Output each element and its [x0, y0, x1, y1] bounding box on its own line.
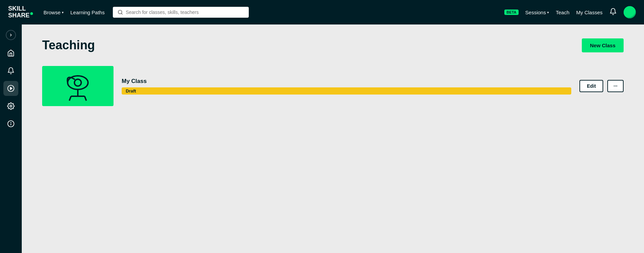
sidebar-item-info[interactable] — [3, 116, 18, 131]
learning-paths-link[interactable]: Learning Paths — [70, 10, 105, 15]
nav-links: Browse ▾ Learning Paths — [43, 10, 105, 15]
more-options-button[interactable]: ··· — [607, 80, 624, 92]
sidebar-item-home[interactable] — [3, 46, 18, 61]
svg-point-9 — [74, 79, 81, 86]
logo-text: SKILLSHARE — [8, 5, 33, 19]
learning-paths-label: Learning Paths — [70, 10, 105, 15]
class-info: My Class Draft — [122, 78, 571, 95]
search-icon — [118, 10, 123, 15]
sessions-link[interactable]: Sessions ▾ — [525, 10, 549, 15]
edit-button[interactable]: Edit — [579, 80, 603, 92]
beta-badge: BETA — [504, 10, 518, 15]
search-bar — [113, 7, 249, 18]
sessions-label: Sessions — [525, 10, 546, 15]
svg-marker-3 — [10, 87, 12, 89]
my-classes-link[interactable]: My Classes — [576, 10, 603, 15]
teach-link[interactable]: Teach — [556, 10, 569, 15]
sidebar-item-notifications[interactable] — [3, 63, 18, 78]
sidebar-item-settings[interactable] — [3, 99, 18, 114]
search-input[interactable] — [126, 10, 244, 15]
avatar[interactable] — [624, 6, 636, 18]
avatar-image — [624, 6, 636, 18]
table-row: My Class Draft Edit ··· — [42, 66, 624, 106]
layout: Teaching New Class — [0, 24, 644, 253]
browse-label: Browse — [43, 10, 60, 15]
status-badge: Draft — [122, 87, 571, 95]
header: SKILLSHARE Browse ▾ Learning Paths BETA … — [0, 0, 644, 24]
svg-line-12 — [69, 96, 71, 101]
sidebar — [0, 24, 22, 253]
class-thumbnail-image — [54, 71, 102, 101]
svg-point-4 — [10, 105, 12, 107]
logo[interactable]: SKILLSHARE — [8, 5, 35, 19]
header-right: BETA Sessions ▾ Teach My Classes — [504, 6, 636, 18]
page-title: Teaching — [42, 38, 95, 52]
page-header: Teaching New Class — [42, 38, 624, 52]
sidebar-item-watch[interactable] — [3, 81, 18, 96]
logo-dot — [30, 12, 33, 15]
class-list: My Class Draft Edit ··· — [42, 66, 624, 106]
my-classes-label: My Classes — [576, 10, 603, 15]
svg-line-1 — [121, 13, 122, 14]
browse-link[interactable]: Browse ▾ — [43, 10, 64, 15]
new-class-button[interactable]: New Class — [582, 38, 624, 52]
teach-label: Teach — [556, 10, 569, 15]
main-content: Teaching New Class — [22, 24, 644, 253]
class-actions: Edit ··· — [579, 80, 624, 92]
svg-line-13 — [85, 96, 86, 101]
bell-icon[interactable] — [609, 8, 617, 17]
class-thumbnail — [42, 66, 114, 106]
class-name: My Class — [122, 78, 571, 85]
sidebar-toggle-button[interactable] — [6, 30, 16, 40]
browse-chevron-icon: ▾ — [62, 11, 64, 14]
sessions-chevron-icon: ▾ — [547, 11, 549, 14]
